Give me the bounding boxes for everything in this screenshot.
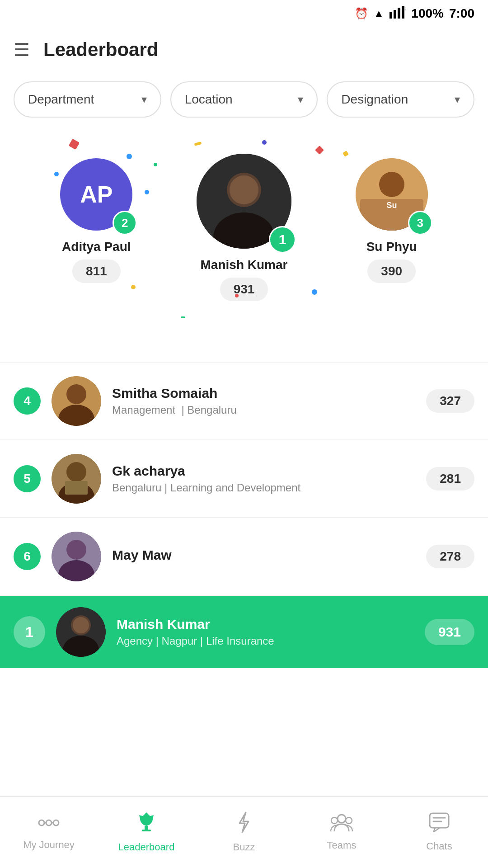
current-user-score: 931 xyxy=(425,619,474,645)
podium-section: AP 2 Aditya Paul 811 xyxy=(0,127,488,362)
svg-rect-33 xyxy=(145,826,148,830)
list-item[interactable]: 4 Smitha Somaiah Management | Bengaluru … xyxy=(0,363,488,440)
smitha-score: 327 xyxy=(426,389,474,413)
current-user-info: Manish Kumar Agency | Nagpur | Life Insu… xyxy=(117,617,414,647)
second-place-name: Aditya Paul xyxy=(62,240,131,254)
battery-text: 100% xyxy=(411,6,444,21)
second-place-initials: AP xyxy=(80,181,113,208)
teams-icon xyxy=(330,813,353,836)
svg-text:LTE: LTE xyxy=(402,7,406,11)
location-filter[interactable]: Location ▾ xyxy=(170,81,318,118)
list-item[interactable]: 6 May Maw 278 xyxy=(0,518,488,596)
rank-badge-5: 5 xyxy=(14,465,41,492)
svg-rect-0 xyxy=(389,12,392,19)
svg-point-27 xyxy=(73,617,89,633)
rank-badge-4: 4 xyxy=(14,387,41,415)
bottom-nav: My Journey Leaderboard Buzz xyxy=(0,796,488,868)
svg-rect-2 xyxy=(398,8,400,19)
first-place-score: 931 xyxy=(220,278,268,301)
alarm-icon: ⏰ xyxy=(355,7,368,20)
header: ☰ Leaderboard xyxy=(0,27,488,72)
nav-item-teams[interactable]: Teams xyxy=(293,797,390,868)
leaderboard-list: 4 Smitha Somaiah Management | Bengaluru … xyxy=(0,363,488,596)
location-filter-label: Location xyxy=(185,92,233,107)
wifi-icon: ▲ xyxy=(374,7,385,20)
third-place-score: 390 xyxy=(367,259,416,283)
menu-icon[interactable]: ☰ xyxy=(14,41,30,59)
chevron-down-icon: ▾ xyxy=(298,93,303,106)
svg-point-22 xyxy=(66,540,86,560)
third-rank-badge: 3 xyxy=(408,211,432,235)
gk-meta: Bengaluru | Learning and Development xyxy=(112,481,415,494)
current-user-meta: Agency | Nagpur | Life Insurance xyxy=(117,635,414,647)
designation-filter[interactable]: Designation ▾ xyxy=(327,81,474,118)
smitha-meta: Management | Bengaluru xyxy=(112,404,415,416)
svg-rect-1 xyxy=(394,10,396,19)
current-user-avatar xyxy=(56,607,106,657)
avatar-gk xyxy=(52,454,101,504)
svg-marker-35 xyxy=(239,812,249,832)
svg-point-30 xyxy=(53,820,59,826)
may-name: May Maw xyxy=(112,547,415,563)
current-user-rank: 1 xyxy=(14,616,45,648)
svg-point-10 xyxy=(379,172,404,197)
gk-name: Gk acharya xyxy=(112,463,415,479)
list-item[interactable]: 5 Gk acharya Bengaluru | Learning and De… xyxy=(0,440,488,518)
svg-point-29 xyxy=(46,820,52,826)
nav-item-leaderboard[interactable]: Leaderboard xyxy=(98,797,195,868)
chevron-down-icon: ▾ xyxy=(141,93,147,106)
svg-rect-20 xyxy=(65,481,88,495)
nav-item-buzz[interactable]: Buzz xyxy=(195,797,293,868)
svg-rect-34 xyxy=(142,830,151,831)
svg-point-28 xyxy=(39,820,44,826)
my-journey-label: My Journey xyxy=(23,839,75,851)
svg-rect-39 xyxy=(430,813,449,828)
svg-point-38 xyxy=(346,817,352,824)
designation-filter-label: Designation xyxy=(341,92,408,107)
avatar-may xyxy=(52,532,101,581)
first-place[interactable]: 1 Manish Kumar 931 xyxy=(170,154,318,301)
svg-point-8 xyxy=(230,175,258,204)
leaderboard-icon xyxy=(136,811,156,838)
first-place-name: Manish Kumar xyxy=(201,258,288,272)
current-user-bar: 1 Manish Kumar Agency | Nagpur | Life In… xyxy=(0,596,488,668)
svg-point-18 xyxy=(66,462,86,482)
status-icons: ⏰ ▲ LTE 100% 7:00 xyxy=(355,6,474,21)
second-place-score: 811 xyxy=(72,259,121,283)
gk-info: Gk acharya Bengaluru | Learning and Deve… xyxy=(112,463,415,494)
chevron-down-icon: ▾ xyxy=(455,93,460,106)
teams-label: Teams xyxy=(327,840,357,851)
second-place-avatar: AP 2 xyxy=(60,158,132,231)
second-place[interactable]: AP 2 Aditya Paul 811 xyxy=(23,158,170,301)
podium-container: AP 2 Aditya Paul 811 xyxy=(14,154,474,301)
svg-point-37 xyxy=(331,817,338,824)
smitha-info: Smitha Somaiah Management | Bengaluru xyxy=(112,386,415,416)
department-filter-label: Department xyxy=(28,92,94,107)
rank-badge-6: 6 xyxy=(14,543,41,570)
filter-bar: Department ▾ Location ▾ Designation ▾ xyxy=(0,72,488,127)
my-journey-icon xyxy=(38,814,60,835)
third-place-name: Su Phyu xyxy=(366,240,417,254)
signal-icon: LTE xyxy=(389,6,406,21)
svg-point-36 xyxy=(338,815,346,823)
chats-label: Chats xyxy=(426,840,452,852)
may-info: May Maw xyxy=(112,547,415,566)
svg-point-15 xyxy=(66,384,86,404)
may-score: 278 xyxy=(426,545,474,568)
status-bar: ⏰ ▲ LTE 100% 7:00 xyxy=(0,0,488,27)
current-user-name: Manish Kumar xyxy=(117,617,414,632)
buzz-icon xyxy=(235,811,253,838)
chats-icon xyxy=(429,812,450,837)
nav-item-chats[interactable]: Chats xyxy=(390,797,488,868)
page-title: Leaderboard xyxy=(43,39,158,61)
gk-score: 281 xyxy=(426,467,474,491)
first-rank-badge: 1 xyxy=(269,226,296,253)
nav-item-my-journey[interactable]: My Journey xyxy=(0,797,98,868)
avatar-smitha xyxy=(52,376,101,426)
buzz-label: Buzz xyxy=(233,841,255,853)
leaderboard-label: Leaderboard xyxy=(118,841,175,853)
third-place[interactable]: Su 3 Su Phyu 390 xyxy=(318,158,465,301)
time-text: 7:00 xyxy=(449,6,474,21)
second-rank-badge: 2 xyxy=(113,211,137,235)
department-filter[interactable]: Department ▾ xyxy=(14,81,161,118)
